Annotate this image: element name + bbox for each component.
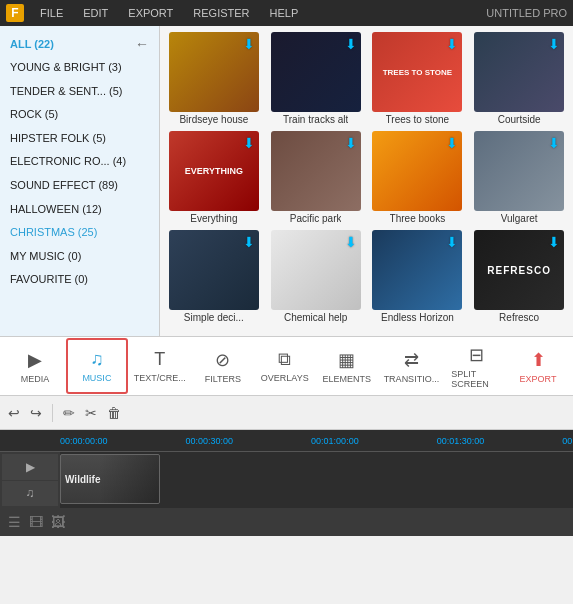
menu-register[interactable]: REGISTER: [189, 5, 253, 21]
music-thumb-9: ⬇: [271, 230, 361, 310]
timeline-film-icon[interactable]: 🎞: [29, 514, 43, 530]
sidebar-item-mymusic[interactable]: MY MUSIC (0): [0, 245, 159, 269]
text-icon: T: [154, 349, 165, 370]
sidebar-item-young[interactable]: YOUNG & BRIGHT (3): [0, 56, 159, 80]
video-track-icon: ▶: [26, 460, 35, 474]
music-card-2[interactable]: ⬇ TREES TO STONE Trees to stone: [370, 32, 466, 125]
toolbar-splitscreen[interactable]: ⊟ SPLIT SCREEN: [445, 338, 507, 394]
ruler-tick-2: 00:01:00:00: [311, 436, 359, 446]
toolbar-music[interactable]: ♫ MUSIC: [66, 338, 128, 394]
separator: [52, 404, 53, 422]
sidebar-item-electronic[interactable]: ELECTRONIC RO... (4): [0, 150, 159, 174]
sidebar-item-rock[interactable]: ROCK (5): [0, 103, 159, 127]
clip-thumbnail: [99, 455, 159, 503]
menu-help[interactable]: HELP: [266, 5, 303, 21]
splitscreen-icon: ⊟: [469, 344, 484, 366]
music-card-8[interactable]: ⬇ Simple deci...: [166, 230, 262, 323]
music-card-4[interactable]: ⬇ EVERYTHING Everything: [166, 131, 262, 224]
music-card-9[interactable]: ⬇ Chemical help: [268, 230, 364, 323]
window-title: UNTITLED PRO: [486, 7, 567, 19]
toolbar-media[interactable]: ▶ MEDIA: [4, 338, 66, 394]
music-label-8: Simple deci...: [184, 312, 244, 323]
main-area: ALL (22) ← YOUNG & BRIGHT (3) TENDER & S…: [0, 26, 573, 336]
music-label-5: Pacific park: [290, 213, 342, 224]
music-card-11[interactable]: ⬇ REFRESCO Refresco: [471, 230, 567, 323]
delete-button[interactable]: 🗑: [107, 405, 121, 421]
undo-button[interactable]: ↩: [8, 405, 20, 421]
overlays-label: OVERLAYS: [261, 373, 309, 383]
music-thumb-10: ⬇: [372, 230, 462, 310]
transitions-icon: ⇄: [404, 349, 419, 371]
export-icon: ⬆: [531, 349, 546, 371]
music-card-1[interactable]: ⬇ Train tracks alt: [268, 32, 364, 125]
music-thumb-0: ⬇: [169, 32, 259, 112]
export-label: EXPORT: [520, 374, 557, 384]
music-thumb-2: ⬇ TREES TO STONE: [372, 32, 462, 112]
toolbar-export[interactable]: ⬆ EXPORT: [507, 338, 569, 394]
timeline-area: ↩ ↪ ✏ ✂ 🗑 00:00:00:0000:00:30:0000:01:00…: [0, 396, 573, 536]
sidebar-item-hipster[interactable]: HIPSTER FOLK (5): [0, 127, 159, 151]
music-card-5[interactable]: ⬇ Pacific park: [268, 131, 364, 224]
music-label: MUSIC: [82, 373, 111, 383]
sidebar-item-favourite[interactable]: FAVOURITE (0): [0, 268, 159, 292]
download-icon-1: ⬇: [345, 36, 357, 52]
music-thumb-3: ⬇: [474, 32, 564, 112]
music-card-0[interactable]: ⬇ Birdseye house: [166, 32, 262, 125]
toolbar-text[interactable]: T TEXT/CRE...: [128, 338, 192, 394]
ruler-tick-1: 00:00:30:00: [186, 436, 234, 446]
download-icon-8: ⬇: [243, 234, 255, 250]
toolbar-overlays[interactable]: ⧉ OVERLAYS: [254, 338, 316, 394]
cut-button[interactable]: ✂: [85, 405, 97, 421]
filters-label: FILTERS: [205, 374, 241, 384]
toolbar-transitions[interactable]: ⇄ TRANSITIO...: [378, 338, 446, 394]
music-card-10[interactable]: ⬇ Endless Horizon: [370, 230, 466, 323]
elements-label: ELEMENTS: [322, 374, 371, 384]
timeline-track-area: ▶ ♫ Wildlife: [0, 452, 573, 508]
text-label: TEXT/CRE...: [134, 373, 186, 383]
download-icon-0: ⬇: [243, 36, 255, 52]
audio-track-icon: ♫: [26, 486, 35, 500]
ruler-tick-0: 00:00:00:00: [60, 436, 108, 446]
music-grid: ⬇ Birdseye house ⬇ Train tracks alt ⬇ TR…: [160, 26, 573, 336]
sidebar-back-button[interactable]: ←: [135, 36, 149, 52]
menu-file[interactable]: FILE: [36, 5, 67, 21]
track-labels: ▶ ♫: [0, 452, 60, 508]
track-label-video: ▶: [2, 454, 58, 480]
music-label-6: Three books: [390, 213, 446, 224]
timeline-zoom-icon[interactable]: ☰: [8, 514, 21, 530]
edit-button[interactable]: ✏: [63, 405, 75, 421]
menu-edit[interactable]: EDIT: [79, 5, 112, 21]
music-thumb-4: ⬇ EVERYTHING: [169, 131, 259, 211]
timeline-ruler: 00:00:00:0000:00:30:0000:01:00:0000:01:3…: [0, 430, 573, 452]
music-label-11: Refresco: [499, 312, 539, 323]
sidebar-all-label[interactable]: ALL (22): [10, 38, 54, 50]
timeline-clip[interactable]: Wildlife: [60, 454, 160, 504]
media-icon: ▶: [28, 349, 42, 371]
toolbar-filters[interactable]: ⊘ FILTERS: [192, 338, 254, 394]
music-thumb-11: ⬇ REFRESCO: [474, 230, 564, 310]
music-label-10: Endless Horizon: [381, 312, 454, 323]
elements-icon: ▦: [338, 349, 355, 371]
music-card-6[interactable]: ⬇ Three books: [370, 131, 466, 224]
music-label-9: Chemical help: [284, 312, 347, 323]
sidebar-item-tender[interactable]: TENDER & SENT... (5): [0, 80, 159, 104]
clip-label: Wildlife: [65, 474, 100, 485]
music-card-7[interactable]: ⬇ Vulgaret: [471, 131, 567, 224]
music-label-4: Everything: [190, 213, 237, 224]
menu-export[interactable]: EXPORT: [124, 5, 177, 21]
filters-icon: ⊘: [215, 349, 230, 371]
sidebar: ALL (22) ← YOUNG & BRIGHT (3) TENDER & S…: [0, 26, 160, 336]
music-label-3: Courtside: [498, 114, 541, 125]
music-card-3[interactable]: ⬇ Courtside: [471, 32, 567, 125]
download-icon-7: ⬇: [548, 135, 560, 151]
music-label-2: Trees to stone: [386, 114, 450, 125]
redo-button[interactable]: ↪: [30, 405, 42, 421]
timeline-image-icon[interactable]: 🖼: [51, 514, 65, 530]
toolbar-elements[interactable]: ▦ ELEMENTS: [316, 338, 378, 394]
download-icon-11: ⬇: [548, 234, 560, 250]
sidebar-item-halloween[interactable]: HALLOWEEN (12): [0, 198, 159, 222]
music-thumb-7: ⬇: [474, 131, 564, 211]
sidebar-item-christmas[interactable]: CHRISTMAS (25): [0, 221, 159, 245]
music-icon: ♫: [90, 349, 104, 370]
sidebar-item-sound[interactable]: SOUND EFFECT (89): [0, 174, 159, 198]
